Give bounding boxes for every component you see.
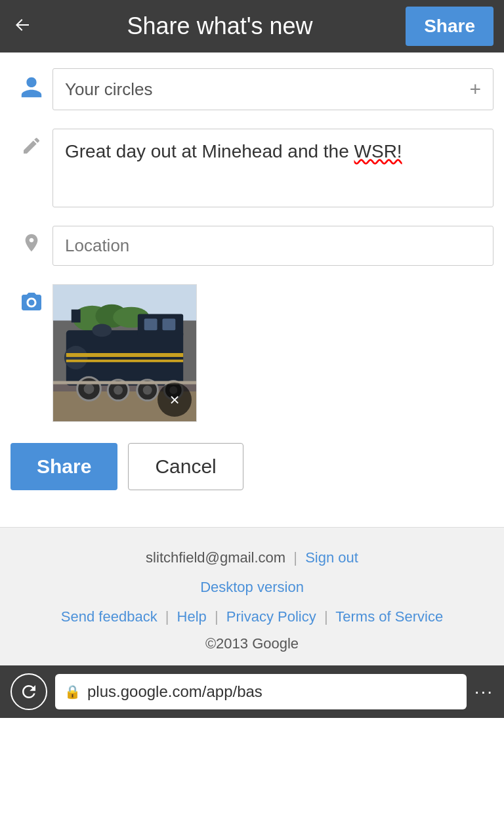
footer-sep1: | <box>293 549 297 566</box>
app-header: Share what's new Share <box>0 0 504 52</box>
location-pin-icon <box>21 232 42 253</box>
post-text-row: Great day out at Minehead and the WSR! <box>10 129 494 207</box>
terms-of-service-link[interactable]: Terms of Service <box>335 608 443 625</box>
footer-links-row: Send feedback | Help | Privacy Policy | … <box>10 605 494 628</box>
svg-rect-11 <box>66 353 183 357</box>
remove-icon: × <box>169 390 179 410</box>
svg-rect-21 <box>72 310 81 323</box>
person-icon-container <box>10 68 52 100</box>
photo-thumbnail-container: × <box>52 284 197 422</box>
photo-row: × <box>10 284 494 425</box>
reload-icon <box>19 682 39 702</box>
footer-sep3: | <box>215 608 219 625</box>
location-field[interactable] <box>52 226 494 266</box>
footer: slitchfield@gmail.com | Sign out Desktop… <box>0 527 504 665</box>
svg-point-10 <box>64 346 88 369</box>
header-share-button[interactable]: Share <box>406 7 494 46</box>
footer-sep4: | <box>324 608 328 625</box>
photo-remove-button[interactable]: × <box>158 383 192 417</box>
post-text-highlighted: WSR! <box>354 141 402 161</box>
svg-point-18 <box>143 386 152 395</box>
footer-email: slitchfield@gmail.com <box>146 549 285 566</box>
pin-icon-container <box>10 226 52 253</box>
svg-point-14 <box>84 384 94 394</box>
footer-copyright: ©2013 Google <box>10 635 494 652</box>
lock-icon: 🔒 <box>64 684 81 700</box>
cancel-button[interactable]: Cancel <box>128 443 243 490</box>
privacy-policy-link[interactable]: Privacy Policy <box>226 608 316 625</box>
browser-bar: 🔒 plus.google.com/app/bas ··· <box>0 665 504 718</box>
footer-account-row: slitchfield@gmail.com | Sign out <box>10 546 494 569</box>
desktop-version-link[interactable]: Desktop version <box>200 579 304 595</box>
circles-field[interactable]: Your circles + <box>52 68 494 110</box>
svg-rect-8 <box>144 318 158 330</box>
circles-input[interactable]: Your circles + <box>52 68 494 110</box>
svg-point-16 <box>114 386 123 395</box>
camera-icon-container <box>10 284 52 314</box>
share-button[interactable]: Share <box>10 443 117 490</box>
location-input[interactable] <box>52 226 494 266</box>
reload-button[interactable] <box>10 673 47 710</box>
photo-area: × <box>52 284 494 425</box>
url-text: plus.google.com/app/bas <box>87 682 262 701</box>
page-title: Share what's new <box>34 12 406 40</box>
pencil-icon <box>21 135 42 156</box>
back-button[interactable] <box>10 13 34 40</box>
post-text-field[interactable]: Great day out at Minehead and the WSR! <box>52 129 494 207</box>
sign-out-link[interactable]: Sign out <box>305 549 358 566</box>
camera-icon <box>20 291 43 314</box>
location-row <box>10 226 494 266</box>
pencil-icon-container <box>10 129 52 156</box>
main-content: Your circles + Great day out at Minehead… <box>0 52 504 527</box>
url-bar[interactable]: 🔒 plus.google.com/app/bas <box>55 674 467 709</box>
svg-rect-9 <box>162 318 175 330</box>
footer-sep2: | <box>165 608 169 625</box>
circles-row: Your circles + <box>10 68 494 110</box>
svg-rect-12 <box>66 360 183 362</box>
post-text-input[interactable]: Great day out at Minehead and the WSR! <box>52 129 494 207</box>
action-buttons: Share Cancel <box>10 443 494 490</box>
post-text-normal: Great day out at Minehead and the <box>65 141 354 161</box>
send-feedback-link[interactable]: Send feedback <box>61 608 158 625</box>
more-options-button[interactable]: ··· <box>474 681 494 702</box>
circles-value: Your circles <box>65 79 152 100</box>
person-icon <box>19 75 44 100</box>
add-circles-icon: + <box>469 78 481 100</box>
footer-desktop-row: Desktop version <box>10 576 494 598</box>
help-link[interactable]: Help <box>177 608 207 625</box>
svg-point-22 <box>92 324 112 337</box>
